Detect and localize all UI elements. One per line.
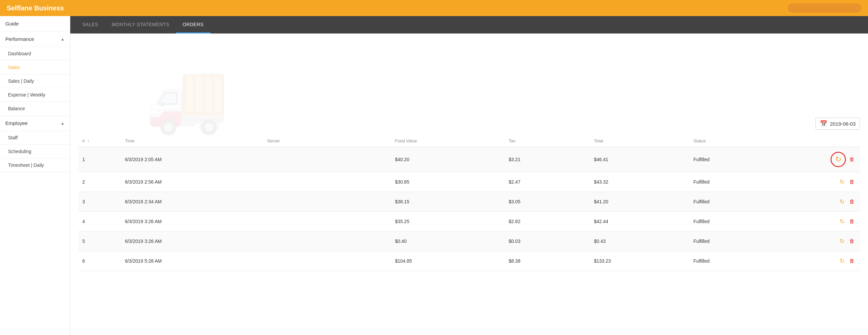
- cell-total: $42.44: [590, 212, 689, 231]
- action-buttons: ↻ 🗑: [793, 197, 856, 207]
- table-row: 6 6/3/2019 5:28 AM $104.85 $8.38 $133.23…: [78, 251, 860, 271]
- cell-tax: $2.47: [505, 172, 590, 192]
- sidebar-item-staff[interactable]: Staff: [0, 131, 70, 145]
- cell-total: $43.32: [590, 172, 689, 192]
- refresh-button[interactable]: ↻: [838, 197, 846, 207]
- cell-time: 6/3/2019 5:28 AM: [121, 251, 263, 271]
- sidebar-item-guide-label: Guide: [5, 21, 19, 26]
- cell-total: $46.41: [590, 147, 689, 172]
- col-header-tax: Tax: [505, 135, 590, 147]
- action-buttons: ↻ 🗑: [793, 256, 856, 266]
- cell-status: Fulfilled: [689, 231, 789, 251]
- cell-server: [263, 192, 391, 212]
- action-buttons: ↻ 🗑: [793, 177, 856, 187]
- cell-server: [263, 147, 391, 172]
- cell-food-value: $40.20: [391, 147, 505, 172]
- cell-status: Fulfilled: [689, 192, 789, 212]
- cell-time: 6/3/2019 3:26 AM: [121, 231, 263, 251]
- content-area: 🚚 📅 2019-06-03 # ↑ Tim: [70, 33, 868, 335]
- cell-total: $41.20: [590, 192, 689, 212]
- sidebar-dashboard-label: Dashboard: [8, 51, 31, 56]
- date-picker[interactable]: 📅 2019-06-03: [815, 118, 860, 130]
- action-buttons: ↻ 🗑: [793, 216, 856, 226]
- app-title: Selflane Business: [7, 4, 64, 12]
- delete-button[interactable]: 🗑: [848, 155, 856, 164]
- cell-time: 6/3/2019 2:05 AM: [121, 147, 263, 172]
- cell-actions: ↻ 🗑: [789, 251, 860, 271]
- cell-time: 6/3/2019 2:56 AM: [121, 172, 263, 192]
- delete-button[interactable]: 🗑: [848, 177, 856, 186]
- table-row: 2 6/3/2019 2:56 AM $30.85 $2.47 $43.32 F…: [78, 172, 860, 192]
- cell-num: 3: [78, 192, 121, 212]
- sidebar-sales-label: Sales: [8, 65, 20, 70]
- action-buttons: ↻ 🗑: [793, 236, 856, 246]
- cell-server: [263, 212, 391, 231]
- cell-actions: ↻ 🗑: [789, 231, 860, 251]
- refresh-button-highlighted[interactable]: ↻: [831, 152, 846, 167]
- tab-monthly-statements[interactable]: MONTHLY STATEMENTS: [105, 17, 176, 33]
- refresh-button[interactable]: ↻: [838, 177, 846, 187]
- main-content: SALES MONTHLY STATEMENTS ORDERS 🚚 📅 2019…: [70, 16, 868, 335]
- sidebar-section-employee[interactable]: Employee ▲: [0, 116, 70, 131]
- sidebar-balance-label: Balance: [8, 106, 25, 111]
- cell-actions: ↻ 🗑: [789, 192, 860, 212]
- cell-status: Fulfilled: [689, 147, 789, 172]
- header-user-area[interactable]: [788, 3, 861, 13]
- cell-server: [263, 251, 391, 271]
- delete-button[interactable]: 🗑: [848, 217, 856, 226]
- sidebar-item-expense-weekly[interactable]: Expense | Weekly: [0, 88, 70, 102]
- delete-button[interactable]: 🗑: [848, 197, 856, 206]
- cell-num: 5: [78, 231, 121, 251]
- table-header: # ↑ Time Server Food Value: [78, 135, 860, 147]
- delete-button[interactable]: 🗑: [848, 237, 856, 246]
- cell-time: 6/3/2019 2:34 AM: [121, 192, 263, 212]
- sidebar: Guide Performance ▲ Dashboard Sales Sale…: [0, 16, 70, 335]
- sidebar-item-timesheet-daily[interactable]: Timesheet | Daily: [0, 159, 70, 172]
- col-header-num[interactable]: # ↑: [78, 135, 121, 147]
- cell-num: 4: [78, 212, 121, 231]
- sidebar-item-scheduling[interactable]: Scheduling: [0, 145, 70, 159]
- sidebar-section-performance[interactable]: Performance ▲: [0, 31, 70, 47]
- action-buttons: ↻ 🗑: [793, 152, 856, 167]
- sidebar-sales-daily-label: Sales | Daily: [8, 78, 34, 84]
- cell-tax: $0.03: [505, 231, 590, 251]
- col-header-total: Total: [590, 135, 689, 147]
- date-picker-value: 2019-06-03: [830, 121, 856, 127]
- sidebar-employee-label: Employee: [5, 120, 28, 126]
- sidebar-expense-weekly-label: Expense | Weekly: [8, 92, 45, 97]
- sidebar-staff-label: Staff: [8, 135, 18, 140]
- tab-orders[interactable]: ORDERS: [176, 17, 211, 33]
- refresh-button[interactable]: ↻: [838, 216, 846, 226]
- sidebar-item-balance[interactable]: Balance: [0, 102, 70, 116]
- sidebar-item-dashboard[interactable]: Dashboard: [0, 47, 70, 61]
- col-header-actions: [789, 135, 860, 147]
- refresh-button[interactable]: ↻: [838, 236, 846, 246]
- cell-food-value: $38.15: [391, 192, 505, 212]
- chevron-up-icon-employee: ▲: [61, 121, 65, 125]
- delete-button[interactable]: 🗑: [848, 257, 856, 265]
- col-header-server: Server: [263, 135, 391, 147]
- sidebar-scheduling-label: Scheduling: [8, 149, 31, 154]
- col-header-status: Status: [689, 135, 789, 147]
- cell-tax: $8.38: [505, 251, 590, 271]
- sidebar-item-guide[interactable]: Guide: [0, 16, 70, 31]
- sidebar-performance-label: Performance: [5, 36, 34, 42]
- orders-table: # ↑ Time Server Food Value: [78, 135, 860, 271]
- cell-server: [263, 231, 391, 251]
- cell-server: [263, 172, 391, 192]
- tab-sales[interactable]: SALES: [75, 17, 105, 33]
- cell-num: 1: [78, 147, 121, 172]
- sidebar-item-sales[interactable]: Sales: [0, 61, 70, 74]
- app-header: Selflane Business: [0, 0, 868, 16]
- cell-food-value: $104.85: [391, 251, 505, 271]
- cell-food-value: $35.25: [391, 212, 505, 231]
- col-header-time: Time: [121, 135, 263, 147]
- sidebar-item-sales-daily[interactable]: Sales | Daily: [0, 74, 70, 88]
- cell-time: 6/3/2019 3:26 AM: [121, 212, 263, 231]
- cell-food-value: $0.40: [391, 231, 505, 251]
- refresh-button[interactable]: ↻: [838, 256, 846, 266]
- cell-status: Fulfilled: [689, 212, 789, 231]
- cell-status: Fulfilled: [689, 251, 789, 271]
- sidebar-timesheet-daily-label: Timesheet | Daily: [8, 163, 44, 168]
- chevron-up-icon: ▲: [61, 37, 65, 41]
